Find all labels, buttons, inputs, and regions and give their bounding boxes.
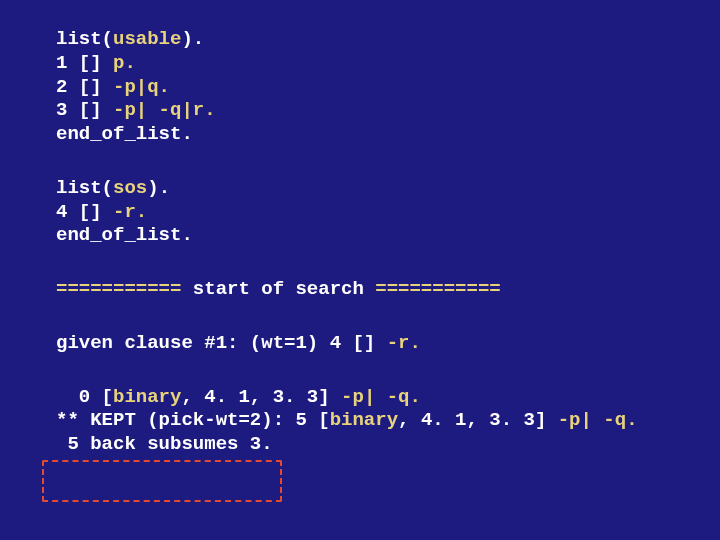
usable-header: list(usable).: [56, 28, 664, 52]
usable-list: list(usable). 1 [] p. 2 [] -p|q. 3 [] -p…: [56, 28, 664, 147]
kept-term: -p| -q.: [558, 409, 638, 431]
clause-body: p.: [113, 52, 136, 74]
clause-id: 4 []: [56, 201, 113, 223]
binary-keyword: binary: [330, 409, 398, 431]
eq-right: ===========: [364, 278, 501, 300]
deriv-0: 0 [binary, 4. 1, 3. 3] -p| -q.: [56, 386, 664, 410]
sos-end: end_of_list.: [56, 224, 664, 248]
clause-id: 3 []: [56, 99, 113, 121]
sos-list: list(sos). 4 [] -r. end_of_list.: [56, 177, 664, 248]
clause-body: -r.: [113, 201, 147, 223]
search-label: start of search: [193, 278, 364, 300]
kept-ref: , 4. 1, 3. 3]: [398, 409, 558, 431]
list-close-paren: ).: [147, 177, 170, 199]
list-open: list(: [56, 28, 113, 50]
given-term: -r.: [387, 332, 421, 354]
usable-line-2: 2 [] -p|q.: [56, 76, 664, 100]
given-clause: given clause #1: (wt=1) 4 [] -r.: [56, 332, 664, 356]
given-prefix: given clause #1: (wt=1) 4 []: [56, 332, 387, 354]
usable-line-1: 1 [] p.: [56, 52, 664, 76]
highlight-box: [42, 460, 282, 502]
usable-end: end_of_list.: [56, 123, 664, 147]
clause-body: -p|q.: [113, 76, 170, 98]
kept-line: ** KEPT (pick-wt=2): 5 [binary, 4. 1, 3.…: [56, 409, 664, 433]
usable-keyword: usable: [113, 28, 181, 50]
deriv-ref: , 4. 1, 3. 3]: [181, 386, 341, 408]
clause-id: 2 []: [56, 76, 113, 98]
clause-body: -p| -q|r.: [113, 99, 216, 121]
search-divider: =========== start of search ===========: [56, 278, 664, 302]
slide: list(usable). 1 [] p. 2 [] -p|q. 3 [] -p…: [0, 0, 720, 540]
clause-id: 1 []: [56, 52, 113, 74]
eq-left: ===========: [56, 278, 193, 300]
sos-header: list(sos).: [56, 177, 664, 201]
sos-line-4: 4 [] -r.: [56, 201, 664, 225]
list-open: list(: [56, 177, 113, 199]
list-close-paren: ).: [181, 28, 204, 50]
subsumes-line: 5 back subsumes 3.: [56, 433, 664, 457]
deriv-term: -p| -q.: [341, 386, 421, 408]
kept-prefix: ** KEPT (pick-wt=2): 5 [: [56, 409, 330, 431]
deriv-id: 0 [: [56, 386, 113, 408]
sos-keyword: sos: [113, 177, 147, 199]
usable-line-3: 3 [] -p| -q|r.: [56, 99, 664, 123]
derivation: 0 [binary, 4. 1, 3. 3] -p| -q. ** KEPT (…: [56, 386, 664, 457]
binary-keyword: binary: [113, 386, 181, 408]
